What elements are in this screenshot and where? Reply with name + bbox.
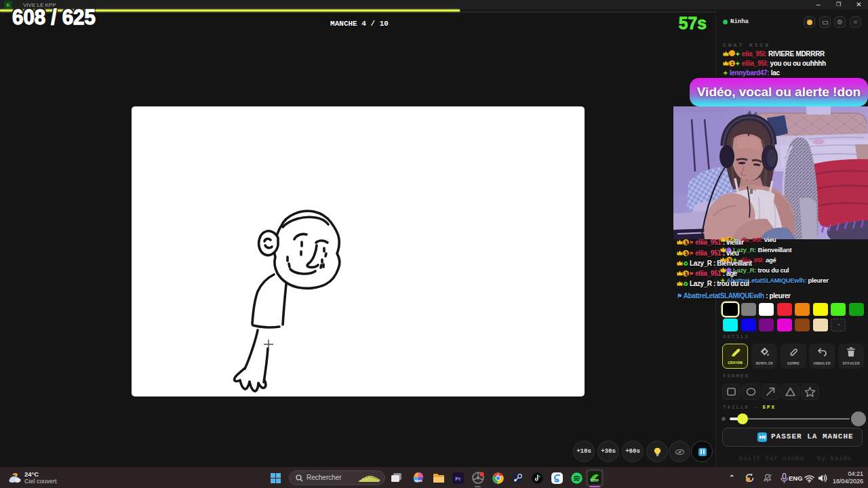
svg-text:Pr: Pr [455,476,460,482]
svg-text:MINIS: MINIS [414,479,422,483]
svg-text:K: K [6,3,9,7]
svg-text:KPP: KPP [591,479,599,483]
